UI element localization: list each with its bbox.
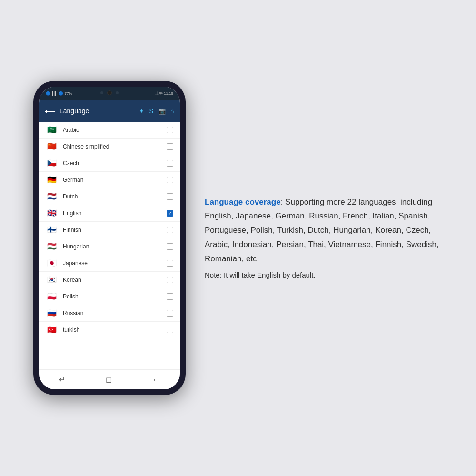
- language-checkbox[interactable]: [167, 277, 173, 283]
- back-nav-button[interactable]: ←: [152, 376, 160, 384]
- language-checkbox[interactable]: [167, 193, 173, 200]
- recent-apps-button[interactable]: ↵: [59, 375, 65, 384]
- bottom-nav-bar: ↵ ◻ ←: [39, 369, 180, 389]
- language-name: Japanese: [63, 260, 162, 267]
- language-list-item[interactable]: 🇵🇱Polish: [39, 288, 180, 305]
- flag-icon: 🇬🇧: [46, 209, 58, 218]
- bluetooth-header-icon[interactable]: ✦: [139, 108, 144, 115]
- home-icon[interactable]: ⌂: [170, 108, 174, 115]
- phone-screen: 🔵 ▌▌ 🔵 77% 上午 11:19 ⟵ Language ✦ S: [39, 87, 180, 389]
- language-checkbox[interactable]: [167, 310, 173, 317]
- signal-icon: ▌▌: [52, 91, 57, 96]
- camera-header-icon[interactable]: 📷: [158, 108, 166, 115]
- sensor-dot: [116, 91, 119, 94]
- language-name: Russian: [63, 310, 162, 317]
- language-name: Czech: [63, 160, 162, 167]
- language-name: Hungarian: [63, 243, 162, 250]
- camera-dot: [107, 90, 112, 95]
- app-title: Language: [60, 107, 135, 115]
- language-checkbox[interactable]: [167, 127, 173, 133]
- app-header: ⟵ Language ✦ S 📷 ⌂: [39, 100, 180, 122]
- bluetooth-icon: 🔵: [46, 91, 50, 96]
- language-list-item[interactable]: 🇳🇱Dutch: [39, 188, 180, 205]
- flag-icon: 🇩🇪: [46, 176, 58, 184]
- flag-icon: 🇷🇺: [46, 309, 58, 317]
- language-checkbox[interactable]: [167, 143, 173, 150]
- language-checkbox[interactable]: [167, 227, 173, 233]
- language-checkbox[interactable]: [167, 177, 173, 183]
- default-language-note: Note: It will take English by default.: [205, 269, 443, 281]
- language-list-item[interactable]: 🇨🇿Czech: [39, 155, 180, 172]
- status-time: 上午 11:19: [155, 91, 173, 96]
- language-list-item[interactable]: 🇫🇮Finnish: [39, 222, 180, 238]
- language-list-item[interactable]: 🇨🇳Chinese simplified: [39, 139, 180, 155]
- phone-mockup: 🔵 ▌▌ 🔵 77% 上午 11:19 ⟵ Language ✦ S: [33, 81, 186, 395]
- language-checkbox[interactable]: [167, 293, 173, 300]
- language-coverage-text: Language coverage: Supporting more 22 la…: [205, 195, 443, 266]
- page-container: 🔵 ▌▌ 🔵 77% 上午 11:19 ⟵ Language ✦ S: [0, 0, 476, 476]
- language-name: Chinese simplified: [63, 143, 162, 150]
- speaker-dot: [100, 91, 103, 94]
- flag-icon: 🇨🇿: [46, 159, 58, 168]
- home-button[interactable]: ◻: [106, 375, 112, 384]
- flag-icon: 🇭🇺: [46, 242, 58, 251]
- language-list-item[interactable]: 🇭🇺Hungarian: [39, 238, 180, 255]
- language-name: Dutch: [63, 193, 162, 200]
- language-name: turkish: [63, 327, 162, 333]
- language-checkbox[interactable]: ✓: [167, 210, 173, 217]
- language-name: English: [63, 210, 162, 217]
- language-checkbox[interactable]: [167, 243, 173, 250]
- language-list-item[interactable]: 🇷🇺Russian: [39, 305, 180, 322]
- language-list-item[interactable]: 🇯🇵Japanese: [39, 255, 180, 272]
- status-left: 🔵 ▌▌ 🔵 77%: [46, 91, 72, 96]
- language-checkbox[interactable]: [167, 327, 173, 333]
- coverage-heading-bold: Language coverage: [205, 198, 281, 207]
- info-section: Language coverage: Supporting more 22 la…: [205, 186, 443, 291]
- language-checkbox[interactable]: [167, 260, 173, 267]
- flag-icon: 🇸🇦: [46, 126, 58, 134]
- language-name: Arabic: [63, 127, 162, 133]
- language-list: 🇸🇦Arabic🇨🇳Chinese simplified🇨🇿Czech🇩🇪Ger…: [39, 122, 180, 369]
- language-list-item[interactable]: 🇬🇧English✓: [39, 205, 180, 222]
- language-checkbox[interactable]: [167, 160, 173, 167]
- back-button[interactable]: ⟵: [45, 107, 56, 116]
- flag-icon: 🇳🇱: [46, 192, 58, 201]
- flag-icon: 🇹🇷: [46, 326, 58, 334]
- language-name: Polish: [63, 293, 162, 300]
- language-list-item[interactable]: 🇰🇷Korean: [39, 272, 180, 288]
- coverage-heading-rest: : Supporting more 22 languages, includin…: [205, 198, 439, 263]
- language-name: German: [63, 177, 162, 183]
- battery-level: 🔵 77%: [59, 91, 72, 96]
- flag-icon: 🇯🇵: [46, 259, 58, 268]
- flag-icon: 🇫🇮: [46, 226, 58, 234]
- shield-icon[interactable]: S: [149, 108, 153, 115]
- flag-icon: 🇵🇱: [46, 292, 58, 301]
- header-icons: ✦ S 📷 ⌂: [139, 108, 174, 115]
- language-list-item[interactable]: 🇹🇷turkish: [39, 322, 180, 338]
- camera-area: [100, 90, 119, 95]
- language-name: Finnish: [63, 227, 162, 233]
- flag-icon: 🇨🇳: [46, 142, 58, 151]
- language-list-item[interactable]: 🇸🇦Arabic: [39, 122, 180, 139]
- flag-icon: 🇰🇷: [46, 276, 58, 284]
- language-name: Korean: [63, 277, 162, 283]
- status-bar: 🔵 ▌▌ 🔵 77% 上午 11:19: [39, 87, 180, 100]
- language-list-item[interactable]: 🇩🇪German: [39, 172, 180, 188]
